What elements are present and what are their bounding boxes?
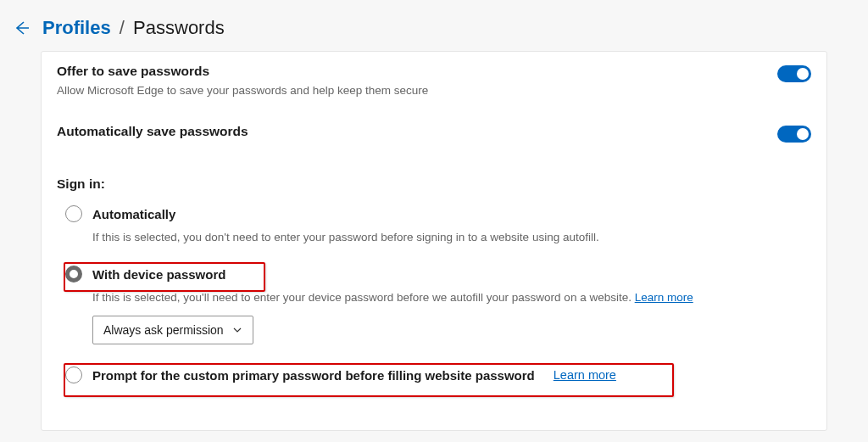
- breadcrumb: Profiles / Passwords: [0, 0, 868, 51]
- sign-in-options: Automatically If this is selected, you d…: [42, 199, 826, 395]
- auto-save-title: Automatically save passwords: [57, 124, 777, 139]
- breadcrumb-sep: /: [116, 17, 128, 38]
- offer-save-toggle[interactable]: [777, 65, 811, 82]
- dropdown-value: Always ask permission: [103, 323, 224, 337]
- offer-save-desc: Allow Microsoft Edge to save your passwo…: [57, 84, 777, 97]
- offer-save-title: Offer to save passwords: [57, 64, 777, 79]
- radio-device-password[interactable]: [65, 266, 82, 283]
- radio-automatically[interactable]: [65, 205, 82, 222]
- breadcrumb-text: Profiles / Passwords: [42, 17, 225, 39]
- breadcrumb-root[interactable]: Profiles: [42, 17, 111, 38]
- breadcrumb-current: Passwords: [133, 17, 225, 38]
- settings-card: Offer to save passwords Allow Microsoft …: [41, 51, 827, 431]
- option-automatically-desc: If this is selected, you don't need to e…: [92, 231, 811, 243]
- option-device-password-desc: If this is selected, you'll need to ente…: [92, 291, 811, 304]
- option-custom-primary: Prompt for the custom primary password b…: [65, 360, 811, 395]
- device-desc-text: If this is selected, you'll need to ente…: [92, 291, 635, 304]
- device-permission-dropdown[interactable]: Always ask permission: [92, 316, 253, 344]
- offer-save-row: Offer to save passwords Allow Microsoft …: [42, 52, 826, 105]
- device-learn-more-link[interactable]: Learn more: [635, 291, 693, 304]
- chevron-down-icon: [232, 325, 242, 335]
- radio-custom-primary[interactable]: [65, 366, 82, 383]
- back-arrow-icon[interactable]: [14, 20, 31, 36]
- option-automatically: Automatically If this is selected, you d…: [65, 199, 811, 243]
- sign-in-header: Sign in:: [42, 151, 826, 199]
- custom-learn-more-link[interactable]: Learn more: [554, 368, 616, 382]
- radio-automatically-label: Automatically: [92, 207, 175, 221]
- option-device-password: With device password If this is selected…: [65, 259, 811, 344]
- radio-custom-primary-label: Prompt for the custom primary password b…: [92, 368, 535, 383]
- auto-save-row: Automatically save passwords: [42, 105, 826, 151]
- radio-device-password-label: With device password: [92, 267, 225, 282]
- auto-save-toggle[interactable]: [777, 126, 811, 143]
